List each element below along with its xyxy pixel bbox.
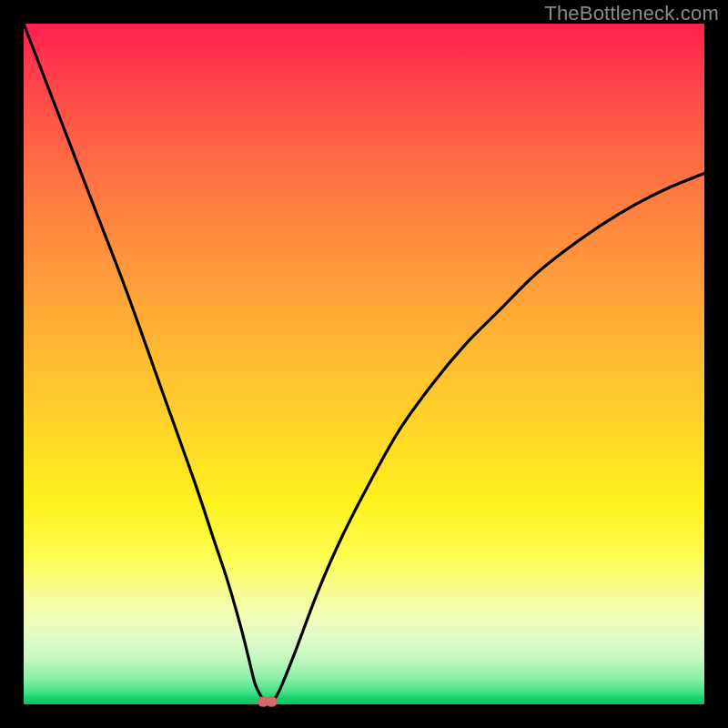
marker-group: [258, 697, 278, 707]
bottleneck-curve: [24, 24, 704, 704]
min-point-right: [266, 697, 278, 707]
watermark-text: TheBottleneck.com: [544, 2, 719, 25]
plot-outer: [24, 24, 704, 704]
plot-area: [24, 24, 704, 704]
chart-frame: TheBottleneck.com: [0, 0, 728, 728]
curve-layer: [24, 24, 704, 704]
